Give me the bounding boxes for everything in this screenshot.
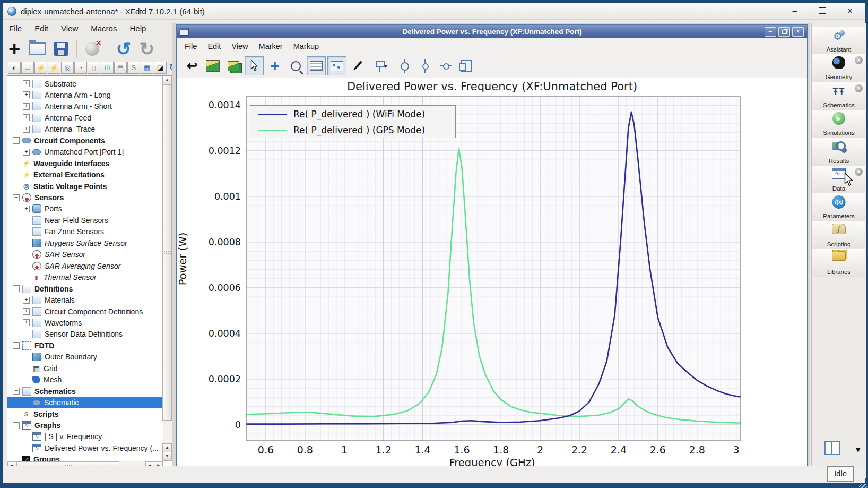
- tree-item[interactable]: +Antenna Feed: [7, 112, 163, 123]
- tree-item[interactable]: −FDTD: [7, 340, 163, 351]
- sidebar-item-results[interactable]: Results: [812, 138, 865, 166]
- tree-item[interactable]: +Materials: [7, 295, 163, 306]
- graphs-icon[interactable]: ▦: [141, 62, 153, 74]
- tree-item[interactable]: Schematic: [7, 397, 163, 408]
- expander-minus-icon[interactable]: −: [13, 342, 20, 349]
- tree-item[interactable]: ◿Groups: [7, 454, 163, 461]
- voltage-points-icon[interactable]: ◎: [61, 62, 74, 74]
- tree-item[interactable]: ⚡External Excitations: [7, 169, 163, 181]
- groups-icon[interactable]: ◪: [154, 62, 167, 74]
- sidebar-item-assistant[interactable]: ⚙Assistant: [812, 27, 865, 55]
- scrollbar-thumb[interactable]: [162, 85, 172, 421]
- macros-button[interactable]: [83, 39, 102, 59]
- tree-item[interactable]: Outer Boundary: [7, 352, 163, 363]
- expander-minus-icon[interactable]: −: [13, 137, 20, 144]
- marker-flag-button[interactable]: ▾: [369, 56, 393, 75]
- plot-minimize-button[interactable]: –: [765, 27, 776, 37]
- marker-point-button[interactable]: [415, 56, 435, 75]
- scroll-up-button[interactable]: ▲: [162, 76, 172, 85]
- tree-item[interactable]: +Substrate: [7, 78, 163, 89]
- plot-window-title-bar[interactable]: Delivered Power vs. Frequency (XF:Unmatc…: [177, 25, 807, 38]
- tree-item[interactable]: ⚡Waveguide Interfaces: [7, 158, 163, 169]
- tree-item[interactable]: Mesh: [7, 374, 163, 386]
- tree-item[interactable]: −Circuit Components: [7, 135, 163, 146]
- tree-item[interactable]: Huygens Surface Sensor: [7, 237, 163, 249]
- tree-item[interactable]: Far Zone Sensors: [7, 226, 163, 237]
- expander-plus-icon[interactable]: +: [23, 297, 30, 304]
- plot-menu-view[interactable]: View: [226, 40, 253, 53]
- menu-view[interactable]: View: [55, 21, 84, 36]
- clip-region-button[interactable]: [457, 56, 476, 75]
- sidebar-item-libraries[interactable]: Libraries: [812, 249, 865, 277]
- plot-menu-marker[interactable]: Marker: [254, 40, 288, 53]
- expander-minus-icon[interactable]: −: [13, 388, 20, 395]
- tree-item[interactable]: SScripts: [7, 408, 163, 419]
- fdtd-icon[interactable]: ⊡: [101, 62, 114, 74]
- menu-help[interactable]: Help: [123, 21, 152, 36]
- sensors-icon[interactable]: ◔: [74, 62, 87, 74]
- expander-plus-icon[interactable]: +: [23, 126, 30, 133]
- sidebar-dropdown-icon[interactable]: ▼: [854, 446, 862, 454]
- marker-horizontal-button[interactable]: [436, 56, 455, 75]
- scripts-icon[interactable]: S: [127, 62, 140, 74]
- plot-restore-button[interactable]: [778, 27, 790, 37]
- tree-item[interactable]: +Waveforms: [7, 317, 163, 328]
- tree-item[interactable]: +Ports: [7, 203, 163, 215]
- marker-vertical-button[interactable]: [395, 56, 414, 75]
- close-button[interactable]: ×: [844, 6, 856, 16]
- tree-item[interactable]: ∿Delivered Power vs. Frequency (...: [7, 442, 163, 453]
- maximize-button[interactable]: [817, 6, 828, 16]
- expander-plus-icon[interactable]: +: [23, 103, 30, 110]
- expander-minus-icon[interactable]: −: [13, 194, 20, 201]
- tree-item[interactable]: ∿| S | v. Frequency: [7, 431, 163, 442]
- copy-images-button[interactable]: [224, 56, 243, 75]
- sidebar-item-geometry[interactable]: Geometry×: [812, 54, 865, 82]
- menu-macros[interactable]: Macros: [84, 21, 123, 36]
- menu-file[interactable]: File: [3, 21, 28, 36]
- tree-item[interactable]: ▮Thermal Sensor: [7, 272, 163, 283]
- zoom-tool-button[interactable]: [286, 56, 305, 75]
- select-tool-button[interactable]: [245, 56, 264, 75]
- expander-plus-icon[interactable]: +: [23, 206, 30, 212]
- save-project-button[interactable]: [51, 39, 71, 59]
- expander-plus-icon[interactable]: +: [23, 91, 30, 98]
- close-badge-icon[interactable]: ×: [855, 84, 863, 92]
- tree-item[interactable]: SAR Sensor: [7, 249, 163, 260]
- tree-item[interactable]: +Antenna Arm - Short: [7, 101, 163, 112]
- tree-item[interactable]: +Circuit Component Definitions: [7, 306, 163, 317]
- tree-item[interactable]: ◎Static Voltage Points: [7, 181, 163, 192]
- sidebar-item-data[interactable]: Data×: [812, 166, 865, 194]
- plot-menu-markup[interactable]: Markup: [288, 40, 324, 53]
- export-button[interactable]: ↪: [183, 56, 202, 75]
- sidebar-item-parameters[interactable]: f(x)Parameters: [812, 193, 865, 221]
- expander-plus-icon[interactable]: +: [23, 308, 30, 315]
- open-project-button[interactable]: [28, 39, 47, 59]
- sidebar-item-simulations[interactable]: ▶Simulations: [812, 110, 865, 138]
- tree-item[interactable]: −Sensors: [7, 192, 163, 203]
- legend-toggle-button[interactable]: [307, 56, 326, 75]
- redo-button[interactable]: ↻: [137, 39, 157, 59]
- tree-item[interactable]: +Antenna_Trace: [7, 124, 163, 135]
- sidebar-item-scripting[interactable]: ʃScripting: [812, 221, 865, 250]
- undo-button[interactable]: ↺: [114, 39, 133, 59]
- new-project-button[interactable]: +: [5, 39, 24, 59]
- plot-properties-button[interactable]: [327, 56, 346, 75]
- schematic-view-icon[interactable]: ▤: [114, 62, 127, 74]
- draw-line-button[interactable]: [348, 56, 367, 75]
- expander-plus-icon[interactable]: +: [23, 149, 30, 156]
- pan-tool-button[interactable]: +: [265, 56, 284, 75]
- expander-minus-icon[interactable]: −: [13, 285, 20, 292]
- layout-windows-icon[interactable]: [824, 441, 840, 455]
- tree-item[interactable]: −Schematics: [7, 386, 163, 397]
- tree-item[interactable]: +Antenna Arm - Long: [7, 89, 163, 100]
- circuit-components-icon[interactable]: ▭: [21, 62, 34, 74]
- scroll-up-button-2[interactable]: ▲: [162, 443, 172, 452]
- tree-item[interactable]: −Definitions: [7, 283, 163, 294]
- expander-plus-icon[interactable]: +: [23, 80, 30, 87]
- plot-menu-edit[interactable]: Edit: [202, 40, 226, 53]
- sidebar-item-schematics[interactable]: ŦŦSchematics×: [812, 82, 865, 110]
- expander-minus-icon[interactable]: −: [13, 422, 20, 429]
- geometry-view-icon[interactable]: ◐: [8, 62, 21, 74]
- tree-item[interactable]: −∿Graphs: [7, 420, 163, 431]
- tree-item[interactable]: ▦Grid: [7, 363, 163, 374]
